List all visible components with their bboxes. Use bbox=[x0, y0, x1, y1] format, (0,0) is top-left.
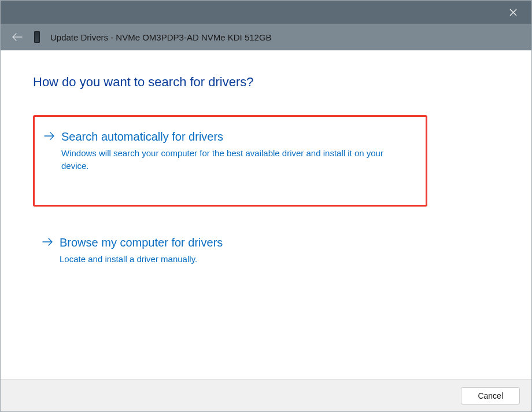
close-icon bbox=[509, 9, 517, 16]
titlebar-sub: Update Drivers - NVMe OM3PDP3-AD NVMe KD… bbox=[1, 24, 531, 50]
arrow-right-icon bbox=[44, 128, 56, 145]
arrow-left-icon bbox=[12, 33, 23, 41]
titlebar-top bbox=[1, 1, 531, 24]
arrow-right-icon bbox=[42, 234, 54, 251]
close-button[interactable] bbox=[504, 3, 522, 21]
content-area: How do you want to search for drivers? S… bbox=[1, 50, 531, 379]
dialog-window: Update Drivers - NVMe OM3PDP3-AD NVMe KD… bbox=[0, 0, 532, 412]
option-title: Search automatically for drivers bbox=[61, 128, 409, 145]
page-heading: How do you want to search for drivers? bbox=[33, 75, 499, 90]
option-search-automatically[interactable]: Search automatically for drivers Windows… bbox=[33, 115, 427, 207]
footer-bar: Cancel bbox=[1, 379, 531, 411]
option-description: Windows will search your computer for th… bbox=[61, 147, 409, 172]
back-button[interactable] bbox=[11, 33, 24, 41]
cancel-button[interactable]: Cancel bbox=[461, 387, 520, 404]
option-browse-computer[interactable]: Browse my computer for drivers Locate an… bbox=[33, 223, 427, 282]
device-icon bbox=[34, 31, 40, 43]
option-title: Browse my computer for drivers bbox=[60, 234, 411, 251]
window-title: Update Drivers - NVMe OM3PDP3-AD NVMe KD… bbox=[50, 32, 272, 42]
option-description: Locate and install a driver manually. bbox=[60, 253, 411, 266]
